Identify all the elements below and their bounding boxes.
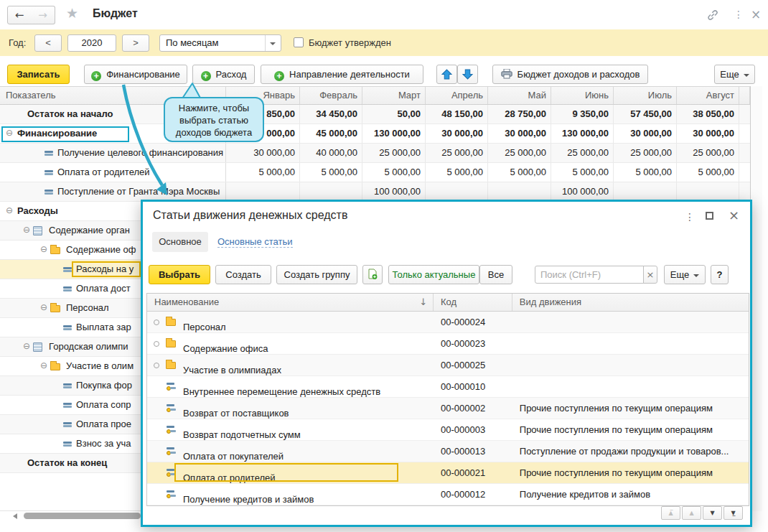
item-kind[interactable]: Получение кредитов и займов bbox=[512, 484, 749, 505]
column-header-code[interactable]: Код bbox=[434, 294, 512, 311]
year-prev-button[interactable]: < bbox=[34, 34, 62, 52]
back-button[interactable]: ← bbox=[7, 6, 32, 24]
budget-cell[interactable]: 38 050,00 bbox=[677, 105, 739, 123]
item-code[interactable]: 00-000002 bbox=[434, 398, 512, 419]
budget-cell[interactable]: 5 000,00 bbox=[614, 163, 677, 182]
budget-cell[interactable]: 25 000,00 bbox=[488, 144, 551, 162]
list-item[interactable]: Участие в олимпиадах00-000025 bbox=[147, 355, 749, 376]
go-first-button[interactable]: ▲̅ bbox=[661, 506, 680, 520]
period-select[interactable]: По месяцам bbox=[159, 34, 281, 52]
scroll-left-icon[interactable] bbox=[13, 513, 17, 519]
budget-cell[interactable]: 100 000,00 bbox=[362, 182, 426, 201]
create-group-button[interactable]: Создать группу bbox=[276, 265, 357, 284]
list-item[interactable]: Возврат от поставщиков00-000002Прочие по… bbox=[147, 398, 749, 419]
budget-row[interactable]: Поступление от Гранта Мэра Москвы100 000… bbox=[0, 182, 750, 202]
budget-cell[interactable]: 9 350,00 bbox=[551, 105, 614, 123]
budget-cell[interactable]: 130 000,00 bbox=[551, 124, 614, 143]
item-code[interactable]: 00-000003 bbox=[434, 419, 512, 440]
tab-main-items-link[interactable]: Основные статьи bbox=[217, 236, 293, 248]
year-next-button[interactable]: > bbox=[122, 34, 149, 52]
forward-button[interactable]: → bbox=[31, 6, 55, 24]
list-item[interactable]: Оплата от родителей00-000021Прочие посту… bbox=[147, 462, 749, 484]
group-circle-icon[interactable] bbox=[154, 341, 159, 347]
budget-cell[interactable]: 5 000,00 bbox=[551, 163, 614, 182]
budget-cell[interactable]: 48 150,00 bbox=[426, 105, 488, 123]
more-button[interactable]: Еще bbox=[714, 65, 755, 84]
chevron-down-icon[interactable] bbox=[265, 35, 281, 51]
budget-cell[interactable]: 28 750,00 bbox=[488, 105, 551, 123]
budget-cell[interactable]: 40 000,00 bbox=[300, 144, 362, 162]
budget-cell[interactable]: 5 000,00 bbox=[426, 163, 488, 182]
list-item[interactable]: Возврат подотчетных сумм00-000003Прочие … bbox=[147, 419, 749, 441]
collapse-icon[interactable]: ⊖ bbox=[40, 244, 47, 254]
budget-cell[interactable]: 34 450,00 bbox=[300, 105, 362, 123]
budget-cell[interactable]: 57 450,00 bbox=[614, 105, 677, 123]
column-header-name[interactable]: Наименование↓ bbox=[147, 294, 434, 311]
list-item[interactable]: Персонал00-000024 bbox=[147, 312, 749, 333]
item-kind[interactable] bbox=[512, 355, 749, 375]
item-kind[interactable] bbox=[512, 376, 749, 397]
save-button[interactable]: Записать bbox=[7, 65, 70, 84]
item-kind[interactable]: Прочие поступления по текущим операциям bbox=[512, 419, 749, 440]
budget-cell[interactable]: 100 000,00 bbox=[551, 182, 614, 201]
budget-cell[interactable] bbox=[677, 182, 739, 201]
search-clear-icon[interactable]: × bbox=[643, 266, 657, 284]
budget-cell[interactable]: 30 000,00 bbox=[677, 124, 739, 143]
actual-only-button[interactable]: Только актуальные bbox=[388, 265, 479, 284]
budget-cell[interactable] bbox=[488, 182, 551, 201]
budget-cell[interactable]: 30 000,00 bbox=[226, 144, 300, 162]
column-header-kind[interactable]: Вид движения bbox=[512, 294, 749, 311]
budget-cell[interactable]: 50,00 bbox=[362, 105, 426, 123]
item-code[interactable]: 00-000012 bbox=[434, 484, 512, 505]
maximize-icon[interactable] bbox=[706, 212, 713, 220]
budget-cell[interactable]: 5 000,00 bbox=[226, 163, 300, 182]
item-kind[interactable]: Прочие поступления по текущим операциям bbox=[512, 398, 749, 419]
help-button[interactable]: ? bbox=[711, 265, 729, 284]
item-code[interactable]: 00-000021 bbox=[434, 462, 512, 483]
item-kind[interactable]: Прочие поступления по текущим операциям bbox=[512, 462, 749, 483]
go-last-button[interactable]: ▼̲ bbox=[723, 506, 743, 520]
budget-row[interactable]: Получение целевого финансирования30 000,… bbox=[0, 144, 750, 163]
group-circle-icon[interactable] bbox=[154, 363, 159, 368]
collapse-icon[interactable]: ⊖ bbox=[40, 360, 47, 370]
dialog-more-menu-icon[interactable]: ⋮ bbox=[685, 211, 695, 223]
group-circle-icon[interactable] bbox=[154, 319, 159, 325]
scrollbar-thumb[interactable] bbox=[24, 513, 141, 519]
budget-cell[interactable] bbox=[300, 182, 362, 201]
item-kind[interactable] bbox=[512, 333, 749, 354]
list-item[interactable]: Содержание офиса00-000023 bbox=[147, 333, 749, 355]
budget-row[interactable]: ⊖Финансирование000,0045 000,00130 000,00… bbox=[0, 124, 750, 144]
budget-cell[interactable]: 25 000,00 bbox=[677, 144, 739, 162]
copy-item-button[interactable] bbox=[362, 265, 383, 284]
budget-row[interactable]: Оплата от родителей5 000,005 000,005 000… bbox=[0, 163, 750, 182]
budget-cell[interactable]: 5 000,00 bbox=[300, 163, 362, 182]
collapse-icon[interactable]: ⊖ bbox=[6, 205, 13, 215]
list-item[interactable]: Получение кредитов и займов00-000012Полу… bbox=[147, 484, 749, 505]
item-code[interactable]: 00-000025 bbox=[434, 355, 512, 375]
go-next-button[interactable]: ▼ bbox=[703, 506, 722, 520]
collapse-icon[interactable]: ⊖ bbox=[23, 341, 30, 351]
add-expense-button[interactable]: +Расход bbox=[192, 65, 255, 84]
item-code[interactable]: 00-000023 bbox=[434, 333, 512, 354]
item-code[interactable]: 00-000013 bbox=[434, 441, 512, 462]
add-direction-button[interactable]: +Направление деятельности bbox=[261, 65, 423, 84]
list-item[interactable]: Оплата от покупателей00-000013Поступлени… bbox=[147, 441, 749, 462]
budget-cell[interactable]: 45 000,00 bbox=[300, 124, 362, 143]
move-down-button[interactable] bbox=[457, 65, 478, 84]
select-button[interactable]: Выбрать bbox=[149, 265, 210, 284]
budget-cell[interactable]: 25 000,00 bbox=[614, 144, 677, 162]
collapse-icon[interactable]: ⊖ bbox=[6, 128, 13, 138]
item-code[interactable]: 00-000024 bbox=[434, 312, 512, 332]
all-button[interactable]: Все bbox=[479, 265, 512, 284]
budget-cell[interactable] bbox=[614, 182, 677, 201]
budget-cell[interactable]: 5 000,00 bbox=[677, 163, 739, 182]
item-kind[interactable] bbox=[512, 312, 749, 332]
budget-cell[interactable]: 25 000,00 bbox=[551, 144, 614, 162]
add-financing-button[interactable]: +Финансирование bbox=[84, 65, 187, 84]
dialog-more-button[interactable]: Еще bbox=[664, 265, 706, 284]
budget-row[interactable]: Остаток на начало850,0034 450,0050,0048 … bbox=[0, 105, 750, 124]
favorite-star-icon[interactable]: ★ bbox=[66, 5, 78, 21]
go-prev-button[interactable]: ▲ bbox=[682, 506, 701, 520]
search-input[interactable]: Поиск (Ctrl+F) bbox=[535, 266, 644, 284]
approved-checkbox[interactable] bbox=[294, 37, 304, 47]
